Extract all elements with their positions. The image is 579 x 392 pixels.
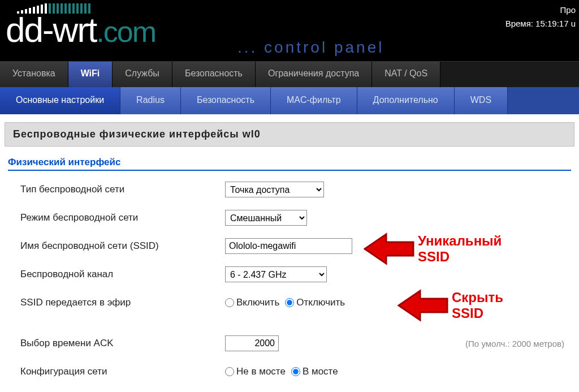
row-broadcast: SSID передается в эфир Включить Отключит… bbox=[5, 294, 574, 311]
subtab-mac[interactable]: MAC-фильтр bbox=[271, 87, 357, 114]
tab-access[interactable]: Ограничения доступа bbox=[256, 62, 372, 87]
header: dd-wrt.com ... control panel Про Время: … bbox=[0, 0, 579, 61]
radio-bridge-off[interactable] bbox=[225, 367, 234, 376]
label-wireless-type: Тип беспроводной сети bbox=[5, 184, 225, 195]
main-tabs: Установка WiFi Службы Безопасность Огран… bbox=[0, 61, 579, 87]
row-wireless-type: Тип беспроводной сети Точка доступа bbox=[5, 181, 574, 198]
subtab-basic[interactable]: Основные настройки bbox=[0, 87, 120, 114]
select-channel[interactable]: 6 - 2.437 GHz bbox=[225, 266, 327, 282]
annotation-hide-ssid: Скрыть SSID bbox=[397, 287, 503, 324]
subtab-wds[interactable]: WDS bbox=[455, 87, 508, 114]
header-status-time: Время: 15:19:17 u bbox=[505, 17, 576, 31]
row-wireless-mode: Режим беспроводной сети Смешанный bbox=[5, 209, 574, 226]
logo-text: dd-wrt bbox=[6, 10, 96, 49]
radio-broadcast-off[interactable] bbox=[285, 298, 294, 307]
header-status: Про Время: 15:19:17 u bbox=[505, 3, 576, 31]
radio-bridge-on-label: В мосте bbox=[303, 366, 338, 377]
label-netconfig: Конфигурация сети bbox=[5, 366, 225, 377]
control-panel-label: ... control panel bbox=[237, 38, 384, 57]
tab-security[interactable]: Безопасность bbox=[172, 62, 256, 87]
header-status-1: Про bbox=[505, 3, 576, 17]
row-channel: Беспроводной канал 6 - 2.437 GHz bbox=[5, 266, 574, 283]
row-netconfig: Конфигурация сети Не в мосте В мосте bbox=[5, 363, 574, 380]
radio-broadcast-on-label: Включить bbox=[236, 297, 279, 308]
label-ack: Выбор времени ACK bbox=[5, 338, 225, 349]
row-ssid: Имя беспроводной сети (SSID) Уникальный … bbox=[5, 238, 574, 255]
logo: dd-wrt.com bbox=[6, 12, 155, 48]
content: Беспроводные физические интерфейсы wl0 Ф… bbox=[0, 114, 579, 392]
select-wireless-mode[interactable]: Смешанный bbox=[225, 210, 307, 226]
label-ssid: Имя беспроводной сети (SSID) bbox=[5, 240, 225, 252]
radio-bridge-on[interactable] bbox=[291, 367, 300, 376]
radio-broadcast-on-wrap[interactable]: Включить bbox=[225, 297, 279, 308]
row-ack: Выбор времени ACK (По умолч.: 2000 метро… bbox=[5, 335, 574, 352]
tab-services[interactable]: Службы bbox=[113, 62, 172, 87]
input-ssid[interactable] bbox=[225, 238, 352, 254]
subtab-advanced[interactable]: Дополнительно bbox=[357, 87, 455, 114]
input-ack[interactable] bbox=[225, 335, 279, 351]
radio-bridge-on-wrap[interactable]: В мосте bbox=[291, 366, 338, 377]
radio-broadcast-off-label: Отключить bbox=[296, 297, 345, 308]
label-wireless-mode: Режим беспроводной сети bbox=[5, 212, 225, 223]
arrow-left-icon bbox=[364, 231, 414, 267]
svg-marker-1 bbox=[399, 291, 447, 320]
section-subtitle: Физический интерфейс bbox=[8, 157, 571, 171]
annotation-hide-ssid-text: Скрыть SSID bbox=[452, 290, 503, 321]
radio-broadcast-off-wrap[interactable]: Отключить bbox=[285, 297, 345, 308]
logo-com: .com bbox=[96, 15, 155, 48]
annotation-unique-ssid-text: Уникальный SSID bbox=[418, 233, 502, 264]
radio-bridge-off-wrap[interactable]: Не в мосте bbox=[225, 366, 286, 377]
sub-tabs: Основные настройки Radius Безопасность M… bbox=[0, 87, 579, 114]
annotation-unique-ssid: Уникальный SSID bbox=[364, 231, 502, 267]
select-wireless-type[interactable]: Точка доступа bbox=[225, 182, 324, 197]
tab-setup[interactable]: Установка bbox=[0, 62, 68, 87]
subtab-radius[interactable]: Radius bbox=[120, 87, 181, 114]
svg-marker-0 bbox=[365, 234, 413, 264]
label-broadcast: SSID передается в эфир bbox=[5, 297, 225, 308]
hint-ack: (По умолч.: 2000 метров) bbox=[465, 339, 564, 348]
subtab-security[interactable]: Безопасность bbox=[181, 87, 271, 114]
radio-bridge-off-label: Не в мосте bbox=[236, 366, 286, 377]
section-title: Беспроводные физические интерфейсы wl0 bbox=[5, 122, 574, 147]
tab-wifi[interactable]: WiFi bbox=[68, 62, 113, 87]
tab-natqos[interactable]: NAT / QoS bbox=[372, 62, 440, 87]
label-channel: Беспроводной канал bbox=[5, 269, 225, 280]
radio-broadcast-on[interactable] bbox=[225, 298, 234, 307]
arrow-left-icon bbox=[397, 287, 448, 324]
